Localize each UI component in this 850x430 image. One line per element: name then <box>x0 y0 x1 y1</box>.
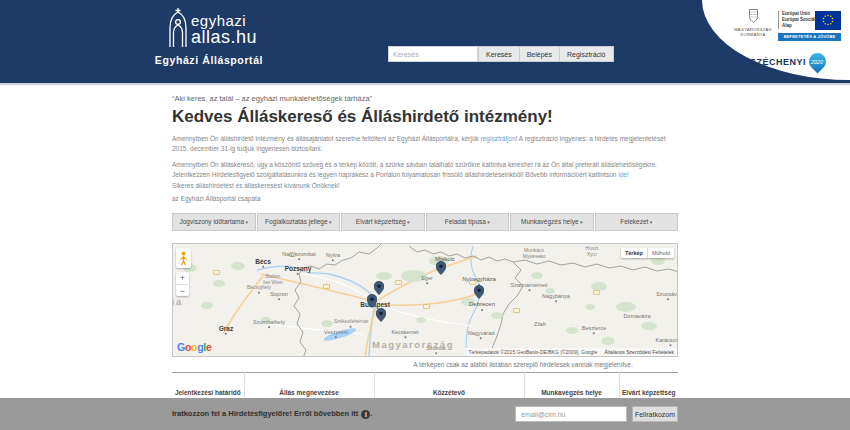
register-button[interactable]: Regisztráció <box>560 46 614 62</box>
map-city-label: Beszterce <box>582 325 606 334</box>
road-shield-icon <box>395 280 402 285</box>
logo-line2: allas.hu <box>191 28 257 46</box>
map-type-control: Térkép Műhold <box>621 248 674 258</box>
church-icon <box>161 7 195 51</box>
map-pin[interactable] <box>474 285 484 303</box>
map-park-area <box>491 312 503 319</box>
map-pin[interactable] <box>436 261 446 279</box>
map-city-label: Ausztria <box>172 297 183 308</box>
map-city-label: Szombathely <box>253 319 285 328</box>
site-logo[interactable]: egyhazi allas.hu Egyházi Állásportál <box>142 7 276 66</box>
email-field[interactable] <box>515 406 627 422</box>
map-city-label: Magyarország <box>372 340 454 351</box>
subscribe-bar: Iratkozzon fel a Hirdetésfigyelőre! Errő… <box>0 398 850 430</box>
map-pin[interactable] <box>376 308 386 326</box>
header-corner: MAGYARORSZÁG KORMÁNYA Európai Unió Európ… <box>702 0 850 80</box>
map-city-label: Nyitra <box>326 252 340 261</box>
filter-foglalkoztatas[interactable]: Foglalkoztatás jellege <box>257 213 341 231</box>
filter-bar: Jogviszony időtartama Foglalkoztatás jel… <box>172 213 678 231</box>
map-city-label: Eger <box>421 275 433 284</box>
map-park-area <box>616 302 636 312</box>
map[interactable]: + − Térkép Műhold Google Térképadatok ©2… <box>172 243 678 357</box>
filter-jogviszony[interactable]: Jogviszony időtartama <box>172 213 256 231</box>
map-park-area <box>531 272 543 279</box>
szechenyi-2020-logo: SZÉCHENYI 2020 <box>750 53 826 70</box>
hungary-coat-of-arms-icon <box>748 9 759 23</box>
intro-paragraph-4: az Egyházi Állásportál csapata <box>172 194 678 204</box>
eu-fund-label: Európai Unió Európai Szociális Alap <box>778 11 819 29</box>
map-city-label: Nagyszombat <box>282 251 316 260</box>
filter-kepzettseg[interactable]: Elvárt képzettség <box>341 213 425 231</box>
gov-label: KORMÁNYA <box>732 32 774 37</box>
map-city-label: Kecskemét <box>391 329 418 338</box>
map-city-label: Veszprém <box>324 329 348 338</box>
map-caption: A térképen csak az alábbi listában szere… <box>172 361 678 368</box>
zoom-in-button[interactable]: + <box>176 272 189 284</box>
map-park-area <box>321 320 333 327</box>
map-city-label: Szatmárnémeti <box>511 282 548 291</box>
header: MAGYARORSZÁG KORMÁNYA Európai Unió Európ… <box>0 0 850 85</box>
map-city-label: Nagyvárad <box>468 330 495 339</box>
search-button[interactable]: Keresés <box>478 46 520 62</box>
filter-feladat[interactable]: Feladat típusa <box>426 213 510 231</box>
map-city-label: Székesfehérvár <box>334 319 369 328</box>
map-park-area <box>201 302 213 309</box>
info-icon[interactable]: i <box>361 410 370 419</box>
search-input[interactable] <box>388 46 478 62</box>
tagline: “Aki keres, az talál – az egyházi munkal… <box>172 94 372 103</box>
street-view-pegman-icon[interactable] <box>176 248 191 268</box>
intro-paragraph-1: Amennyiben Ön álláshirdető intézmény és … <box>172 134 678 153</box>
register-link[interactable]: regisztráljon <box>481 135 516 142</box>
road-shield-icon <box>423 304 430 309</box>
map-park-area <box>651 257 665 265</box>
page-title: Kedves Álláskereső és Álláshirdető intéz… <box>172 107 553 127</box>
map-park-area <box>641 322 657 330</box>
hungarian-government-logo: MAGYARORSZÁG KORMÁNYA <box>732 9 774 37</box>
login-button[interactable]: Belépés <box>520 46 560 62</box>
map-city-label: Bécs <box>255 258 271 268</box>
logo-line1: egyhazi <box>191 13 257 28</box>
road-shield-icon <box>213 270 220 275</box>
subscribe-button[interactable]: Feliratkozom <box>632 406 678 422</box>
map-city-label: HusztХуст <box>586 246 599 258</box>
filter-felekezet[interactable]: Felekezet <box>595 213 679 231</box>
map-zoom-control[interactable]: + − <box>176 272 189 296</box>
intro-paragraph-2: Amennyiben Ön álláskereső, úgy a köszönt… <box>172 160 678 179</box>
header-search: Keresés Belépés Regisztráció <box>388 46 614 62</box>
map-city-label: MunkácsМукачево <box>523 248 545 260</box>
map-type-button[interactable]: Térkép <box>621 248 647 258</box>
map-city-label: Pozsony <box>285 265 312 275</box>
road-shield-icon <box>513 308 520 313</box>
zoom-out-button[interactable]: − <box>176 284 189 296</box>
road-shield-icon <box>323 284 330 289</box>
subscribe-text: Iratkozzon fel a Hirdetésfigyelőre! Errő… <box>172 409 372 419</box>
map-park-area <box>416 317 426 323</box>
logo-subtitle: Egyházi Állásportál <box>142 54 276 66</box>
eu-banner: BEFEKTETÉS A JÖVŐBE <box>778 33 841 41</box>
map-park-area <box>566 327 578 334</box>
more-info-link[interactable]: ide <box>618 171 627 178</box>
map-city-label: Dornavátra <box>623 313 650 319</box>
map-city-label: Sopron <box>270 291 288 300</box>
map-city-label: Nagybánya <box>542 293 570 302</box>
map-park-area <box>585 304 595 310</box>
filter-munkavegzes[interactable]: Munkavégzés helye <box>510 213 594 231</box>
szechenyi-pin-icon: 2020 <box>805 49 829 73</box>
road-shield-icon <box>593 290 600 295</box>
satellite-type-button[interactable]: Műhold <box>647 248 674 258</box>
map-city-label: Bécsújhely <box>247 285 271 294</box>
map-park-area <box>213 280 225 287</box>
map-park-area <box>231 262 245 270</box>
map-terms-link[interactable]: Általános Szerződési Feltételek <box>604 349 674 355</box>
map-attribution: Térképadatok ©2015 GeoBasis-DE/BKG (©200… <box>465 348 677 356</box>
map-park-area <box>376 272 392 280</box>
google-logo[interactable]: Google <box>177 341 211 353</box>
main-content: “Aki keres, az talál – az egyházi munkal… <box>172 85 678 430</box>
eu-flag-icon <box>815 11 841 30</box>
map-park-area <box>601 337 615 345</box>
map-city-label: Graz <box>219 325 233 335</box>
intro-paragraph-3: Sikeres álláshirdetést és álláskeresést … <box>172 181 678 191</box>
map-city-label: Szucsáva <box>656 291 678 300</box>
map-city-label: Karácsonkő <box>655 337 678 346</box>
map-city-label: Zilah <box>534 321 546 327</box>
